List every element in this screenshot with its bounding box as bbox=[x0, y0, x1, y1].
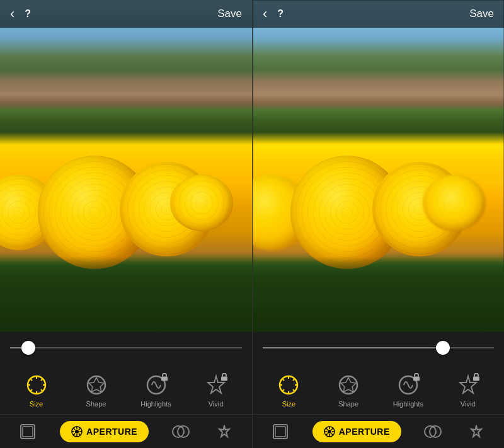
left-petal-texture-4 bbox=[170, 175, 233, 231]
left-tool-size-icon-wrap bbox=[24, 372, 49, 398]
svg-line-36 bbox=[293, 379, 295, 381]
right-tool-shape-icon-wrap bbox=[336, 372, 361, 398]
svg-line-50 bbox=[326, 428, 328, 430]
left-tab-magic[interactable] bbox=[213, 420, 236, 443]
svg-rect-42 bbox=[473, 376, 479, 381]
svg-line-21 bbox=[73, 428, 75, 430]
left-tool-shape-icon-wrap bbox=[84, 372, 109, 398]
svg-line-37 bbox=[282, 389, 284, 391]
right-panel: ‹ ? Save bbox=[252, 0, 504, 448]
right-highlights-lock bbox=[412, 372, 421, 381]
left-vivid-lock bbox=[220, 372, 229, 381]
right-photo-area bbox=[253, 0, 504, 332]
left-help-button[interactable]: ? bbox=[25, 8, 31, 20]
right-save-button[interactable]: Save bbox=[469, 8, 494, 20]
svg-line-22 bbox=[79, 433, 81, 435]
right-slider-section bbox=[253, 332, 504, 364]
right-tab-bar: APERTURE bbox=[253, 414, 504, 448]
svg-rect-13 bbox=[221, 376, 227, 381]
right-marigold-4 bbox=[423, 175, 486, 231]
right-tab-filter[interactable] bbox=[421, 420, 444, 443]
svg-line-6 bbox=[41, 389, 43, 391]
right-flower-overlay bbox=[253, 93, 504, 282]
left-tab-crop[interactable] bbox=[16, 420, 39, 443]
right-header: ‹ ? Save bbox=[253, 0, 504, 28]
left-shape-icon bbox=[85, 374, 108, 396]
right-slider-thumb[interactable] bbox=[436, 341, 450, 355]
right-tool-size[interactable]: Size bbox=[270, 372, 307, 408]
left-tool-highlights[interactable]: Highlights bbox=[137, 372, 175, 408]
right-shape-icon bbox=[337, 374, 360, 396]
right-tool-highlights[interactable]: Highlights bbox=[389, 372, 427, 408]
svg-line-5 bbox=[30, 379, 32, 381]
svg-point-25 bbox=[75, 430, 79, 434]
right-vivid-lock-icon bbox=[472, 373, 480, 381]
svg-rect-11 bbox=[161, 376, 168, 381]
left-marigold-4 bbox=[170, 175, 233, 231]
left-tab-filter[interactable] bbox=[169, 420, 192, 443]
right-help-button[interactable]: ? bbox=[277, 8, 284, 20]
right-slider-fill bbox=[263, 347, 443, 348]
right-tool-vivid-label: Vivid bbox=[461, 400, 476, 408]
svg-line-23 bbox=[79, 428, 81, 430]
left-tool-size[interactable]: Size bbox=[18, 372, 55, 408]
right-vivid-lock bbox=[472, 372, 481, 381]
left-slider-track[interactable] bbox=[10, 347, 242, 348]
right-tool-shape[interactable]: Shape bbox=[329, 372, 367, 408]
left-tools-row: Size Shape bbox=[0, 364, 252, 414]
right-header-left: ‹ ? bbox=[263, 6, 284, 22]
left-tool-shape[interactable]: Shape bbox=[77, 372, 115, 408]
left-highlights-lock bbox=[160, 372, 169, 381]
left-header: ‹ ? Save bbox=[0, 0, 252, 28]
right-petal-texture-4 bbox=[423, 175, 486, 231]
left-tool-vivid[interactable]: Vivid bbox=[197, 372, 235, 408]
svg-point-54 bbox=[328, 430, 331, 434]
right-tab-crop[interactable] bbox=[269, 420, 292, 443]
left-aperture-icon bbox=[71, 426, 83, 437]
left-highlights-lock-icon bbox=[161, 373, 168, 381]
svg-marker-57 bbox=[471, 425, 481, 437]
svg-line-51 bbox=[331, 433, 333, 435]
right-aperture-button[interactable]: APERTURE bbox=[312, 421, 401, 442]
left-photo-area bbox=[0, 0, 252, 332]
right-tool-highlights-label: Highlights bbox=[393, 400, 423, 408]
left-aperture-label: APERTURE bbox=[86, 427, 137, 437]
right-slider-track[interactable] bbox=[263, 347, 494, 348]
right-crop-icon bbox=[272, 423, 289, 440]
left-header-left: ‹ ? bbox=[10, 6, 31, 22]
left-tool-highlights-icon-wrap bbox=[144, 372, 169, 398]
right-tool-size-label: Size bbox=[282, 400, 295, 408]
svg-line-53 bbox=[326, 433, 328, 435]
left-magic-icon bbox=[217, 424, 232, 439]
svg-line-52 bbox=[331, 428, 333, 430]
right-leaves bbox=[253, 256, 504, 332]
svg-line-35 bbox=[293, 389, 295, 391]
left-flower-overlay bbox=[0, 93, 252, 282]
svg-marker-28 bbox=[219, 425, 229, 437]
right-size-icon bbox=[277, 374, 300, 396]
svg-line-7 bbox=[41, 379, 43, 381]
svg-line-34 bbox=[282, 379, 284, 381]
left-slider-thumb[interactable] bbox=[21, 341, 35, 355]
left-save-button[interactable]: Save bbox=[217, 8, 242, 20]
right-highlights-lock-icon bbox=[413, 373, 420, 381]
left-back-button[interactable]: ‹ bbox=[10, 6, 14, 22]
right-tool-shape-label: Shape bbox=[338, 400, 358, 408]
right-back-button[interactable]: ‹ bbox=[263, 6, 267, 22]
left-leaves bbox=[0, 256, 252, 332]
left-size-icon bbox=[25, 374, 48, 396]
left-slider-section bbox=[0, 332, 252, 364]
right-tool-vivid[interactable]: Vivid bbox=[449, 372, 487, 408]
left-aperture-button[interactable]: APERTURE bbox=[60, 421, 149, 442]
right-filter-icon bbox=[424, 423, 442, 440]
svg-rect-44 bbox=[275, 427, 285, 437]
left-filter-icon bbox=[172, 423, 190, 440]
right-tab-magic[interactable] bbox=[465, 420, 488, 443]
left-panel: ‹ ? Save bbox=[0, 0, 252, 448]
left-tool-vivid-label: Vivid bbox=[209, 400, 224, 408]
left-tab-bar: APERTURE bbox=[0, 414, 252, 448]
right-magic-icon bbox=[469, 424, 484, 439]
svg-rect-15 bbox=[23, 427, 33, 437]
right-tool-size-icon-wrap bbox=[276, 372, 301, 398]
svg-line-8 bbox=[30, 389, 32, 391]
